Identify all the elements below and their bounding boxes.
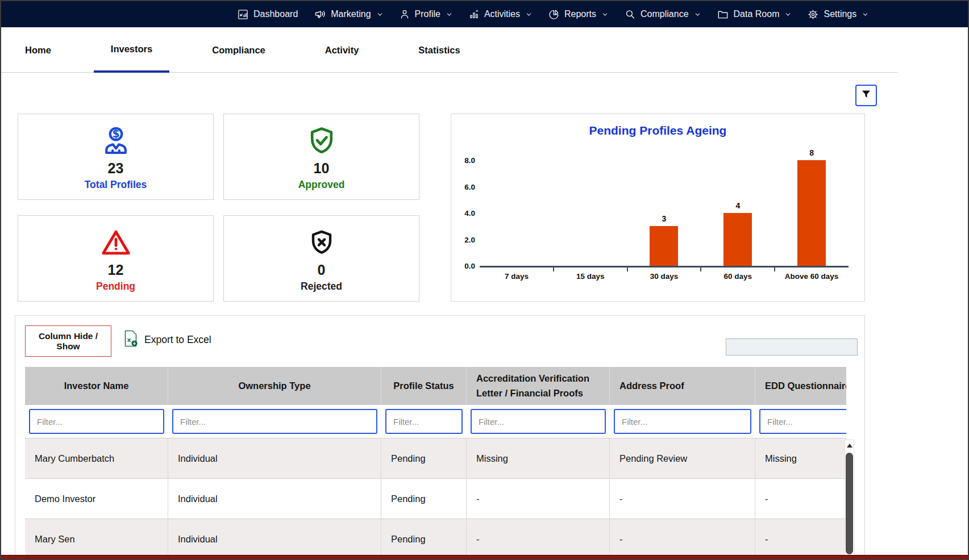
warning-triangle-icon [99, 225, 132, 260]
nav-item-reports[interactable]: Reports [548, 9, 608, 20]
pie-icon [548, 9, 560, 20]
scrollbar-up-arrow-icon[interactable] [845, 440, 854, 450]
chart-category-slot: 15 days [554, 160, 627, 266]
tab-compliance[interactable]: Compliance [195, 27, 282, 73]
nav-item-settings[interactable]: Settings [807, 9, 868, 20]
bar-60-days [723, 213, 752, 266]
chart-category-slot: 8Above 60 days [775, 160, 849, 266]
shield-x-icon [307, 225, 336, 260]
y-axis-tick-label: 2.0 [457, 235, 475, 244]
column-header-address-proof[interactable]: Address Proof [610, 367, 755, 405]
funnel-icon [860, 88, 872, 103]
column-header-investor-name[interactable]: Investor Name [25, 367, 168, 405]
bar-30-days [650, 226, 678, 266]
x-axis-tick-mark [627, 268, 628, 271]
nav-item-compliance[interactable]: Compliance [624, 9, 700, 20]
nav-item-activities[interactable]: Activities [468, 9, 532, 20]
stat-value: 0 [318, 262, 326, 278]
megaphone-icon [314, 8, 326, 20]
export-to-excel-label: Export to Excel [144, 334, 211, 346]
chart-category-slot: 7 days [480, 160, 554, 266]
stat-card-rejected: 0Rejected [223, 215, 419, 302]
tab-home[interactable]: Home [8, 27, 68, 73]
investor-dollar-icon: $ [100, 123, 132, 158]
y-axis-tick-label: 0.0 [457, 262, 475, 270]
nav-item-data-room[interactable]: Data Room [717, 8, 792, 20]
y-axis-tick-label: 6.0 [457, 182, 475, 191]
nav-item-label: Marketing [331, 9, 371, 19]
nav-item-label: Compliance [641, 9, 688, 19]
main-content: $23Total Profiles10Approved12Pending0Rej… [1, 73, 968, 560]
column-filter-input-profile-status[interactable] [385, 409, 463, 434]
stat-value: 12 [108, 262, 124, 278]
column-header-profile-status[interactable]: Profile Status [381, 367, 467, 405]
table-cell: - [755, 519, 846, 559]
filter-button[interactable] [855, 85, 877, 106]
tab-investors[interactable]: Investors [94, 27, 169, 73]
table-header-row: Investor NameOwnership TypeProfile Statu… [25, 367, 846, 405]
svg-text:x: x [127, 336, 131, 344]
nav-item-label: Reports [564, 9, 596, 19]
nav-item-dashboard[interactable]: Dashboard [237, 9, 298, 20]
bar-value-label: 8 [809, 148, 814, 157]
table-filter-row [25, 405, 846, 438]
table-cell: - [467, 519, 610, 559]
column-filter-input-address-proof[interactable] [614, 409, 751, 434]
nav-item-label: Activities [484, 9, 520, 19]
column-header-ownership-type[interactable]: Ownership Type [168, 367, 381, 405]
table-cell: Missing [755, 438, 846, 478]
table-cell: - [610, 519, 755, 559]
column-filter-input-accreditation-verification-letter-financial-proofs[interactable] [471, 409, 606, 434]
nav-item-marketing[interactable]: Marketing [314, 8, 382, 20]
column-filter-input-investor-name[interactable] [29, 409, 164, 434]
table-vertical-scrollbar[interactable] [845, 440, 854, 559]
chart-title: Pending Profiles Ageing [451, 124, 864, 137]
column-header-edd-questionnaire[interactable]: EDD Questionnaire [755, 367, 846, 405]
stat-label: Rejected [301, 281, 342, 292]
chevron-down-icon [862, 11, 868, 18]
x-axis-tick-mark [774, 268, 775, 271]
table-cell: Mary Sen [25, 519, 168, 559]
folder-icon [717, 8, 729, 20]
tab-statistics[interactable]: Statistics [401, 27, 477, 73]
stat-card-pending: 12Pending [18, 215, 214, 302]
filter-cell [381, 409, 467, 434]
nav-item-label: Profile [415, 9, 440, 19]
filter-cell [25, 409, 168, 434]
x-axis-tick-label: 15 days [576, 272, 605, 281]
x-axis-tick-label: 30 days [650, 272, 679, 281]
chevron-down-icon [785, 11, 791, 18]
table-cell: Mary Cumberbatch [25, 438, 168, 478]
table-clip-region: Investor NameOwnership TypeProfile Statu… [25, 367, 846, 559]
top-navigation-bar: DashboardMarketingProfileActivitiesRepor… [1, 1, 968, 27]
filter-cell [467, 409, 610, 434]
column-filter-input-edd-questionnaire[interactable] [759, 409, 846, 434]
stat-label: Total Profiles [85, 179, 147, 191]
table-cell: Pending [381, 479, 467, 519]
table-row-mary-sen[interactable]: Mary SenIndividualPending--- [25, 519, 846, 559]
scrollbar-thumb[interactable] [846, 453, 853, 554]
x-axis-tick-label: 7 days [505, 272, 529, 281]
table-row-demo-investor[interactable]: Demo InvestorIndividualPending--- [25, 478, 846, 519]
y-axis-tick-label: 4.0 [457, 209, 475, 218]
table-search-input[interactable] [726, 338, 858, 356]
gear-icon [807, 9, 819, 20]
pending-profiles-ageing-chart: Pending Profiles Ageing 7 days15 days330… [451, 114, 865, 302]
export-to-excel-button[interactable]: x Export to Excel [123, 330, 211, 350]
column-header-accreditation-verification-letter-financial-proofs[interactable]: Accreditation Verification Letter / Fina… [467, 367, 610, 405]
nav-item-label: Settings [824, 9, 856, 19]
shield-check-icon [306, 123, 338, 158]
nav-item-label: Data Room [734, 9, 780, 19]
table-cell: - [467, 479, 610, 519]
bar-value-label: 4 [735, 201, 740, 210]
table-cell: Missing [467, 438, 610, 478]
tab-activity[interactable]: Activity [308, 27, 376, 73]
nav-item-profile[interactable]: Profile [399, 9, 452, 20]
column-filter-input-ownership-type[interactable] [172, 409, 377, 434]
column-hide-show-button[interactable]: Column Hide / Show [25, 325, 111, 357]
table-row-mary-cumberbatch[interactable]: Mary CumberbatchIndividualPendingMissing… [25, 438, 846, 478]
section-tab-bar: HomeInvestorsComplianceActivityStatistic… [1, 27, 968, 73]
table-cell: Individual [168, 438, 381, 478]
chevron-down-icon [694, 11, 701, 18]
excel-file-icon: x [123, 330, 138, 350]
